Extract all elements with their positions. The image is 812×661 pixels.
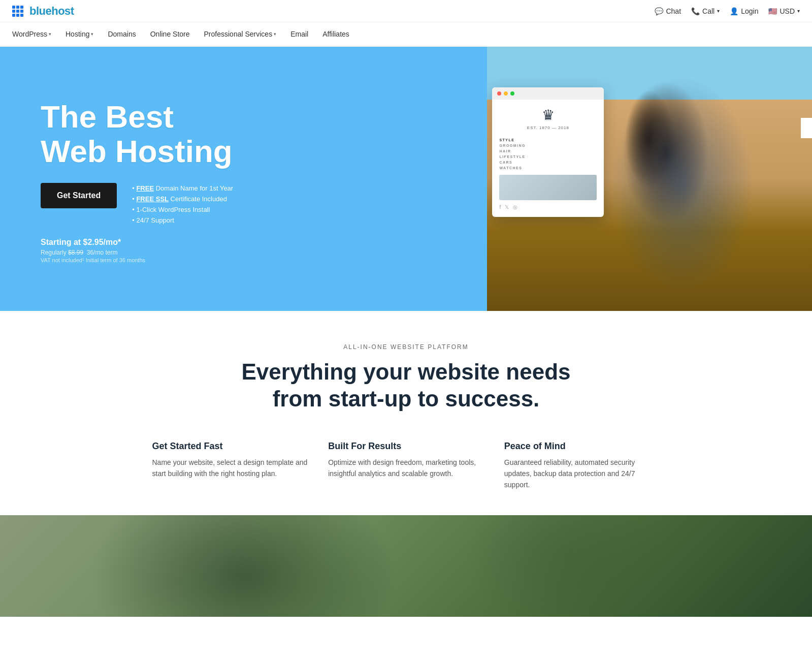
- chevron-down-icon: ▾: [49, 32, 51, 37]
- nav-label-hosting: Hosting: [66, 30, 89, 38]
- top-bar-actions: 💬 Chat 📞 Call ▾ 👤 Login 🇺🇸 USD ▾: [655, 7, 800, 15]
- nav-item-domains[interactable]: Domains: [108, 22, 136, 46]
- nav-label-affiliates: Affiliates: [322, 30, 349, 38]
- currency-label: USD: [779, 7, 795, 15]
- user-icon: 👤: [730, 7, 738, 15]
- pricing-note: VAT not included¹ Initial term of 36 mon…: [41, 257, 457, 263]
- flag-icon: 🇺🇸: [768, 7, 777, 15]
- mockup-image: [499, 175, 597, 200]
- hero-image-area: ♛ EST. 1870 — 2018 STYLE GROOMING HAIR L…: [487, 47, 812, 311]
- nav-label-domains: Domains: [108, 30, 136, 38]
- feature-card-fast-desc: Name your website, select a design templ…: [152, 457, 308, 480]
- nav-label-wordpress: WordPress: [12, 30, 47, 38]
- call-chevron-icon: ▾: [717, 8, 720, 14]
- feature-list: FREE Domain Name for 1st Year FREE SSL C…: [132, 183, 233, 226]
- mockup-nav: STYLE GROOMING HAIR LIFESTYLE CARS WATCH…: [499, 137, 597, 171]
- mockup-nav-watches: WATCHES: [499, 165, 597, 171]
- nav-item-professional-services[interactable]: Professional Services ▾: [204, 22, 277, 46]
- twitter-icon: 𝕏: [505, 204, 509, 210]
- mockup-brand-text: EST. 1870 — 2018: [499, 125, 597, 130]
- pricing-main: Starting at $2.95/mo*: [41, 238, 457, 247]
- feature-card-results-title: Built For Results: [328, 441, 484, 452]
- nav-item-wordpress[interactable]: WordPress ▾: [12, 22, 51, 46]
- feature-card-results-desc: Optimize with design freedom, marketing …: [328, 457, 484, 480]
- mockup-dot-green: [510, 91, 514, 96]
- top-bar: bluehost 💬 Chat 📞 Call ▾ 👤 Login 🇺🇸 USD …: [0, 0, 812, 22]
- chat-button[interactable]: 💬 Chat: [655, 7, 681, 15]
- hero-title: The Best Web Hosting: [41, 100, 457, 169]
- mockup-dot-red: [497, 91, 501, 96]
- feature-card-peace-desc: Guaranteed reliability, automated securi…: [504, 457, 660, 491]
- platform-section: ALL-IN-ONE WEBSITE PLATFORM Everything y…: [0, 311, 812, 515]
- decorative-strip: [801, 118, 812, 138]
- logo-area: bluehost: [12, 5, 74, 18]
- feature-item-domain: FREE Domain Name for 1st Year: [132, 183, 233, 194]
- chevron-down-icon: ▾: [91, 32, 93, 37]
- section-title-line2: from start-up to success.: [273, 386, 540, 411]
- mockup-titlebar: [492, 87, 604, 100]
- nav-item-online-store[interactable]: Online Store: [150, 22, 190, 46]
- hero-section: The Best Web Hosting Get Started FREE Do…: [0, 47, 812, 311]
- website-mockup: ♛ EST. 1870 — 2018 STYLE GROOMING HAIR L…: [492, 87, 604, 217]
- mockup-nav-grooming: GROOMING: [499, 143, 597, 148]
- bottom-image-strip: [0, 515, 812, 617]
- hero-content: The Best Web Hosting Get Started FREE Do…: [0, 47, 487, 311]
- feature-item-wordpress: 1-Click WordPress Install: [132, 204, 233, 215]
- mockup-body: ♛ EST. 1870 — 2018 STYLE GROOMING HAIR L…: [492, 100, 604, 217]
- section-label: ALL-IN-ONE WEBSITE PLATFORM: [20, 343, 792, 351]
- instagram-icon: ◎: [513, 204, 517, 210]
- feature-card-fast-title: Get Started Fast: [152, 441, 308, 452]
- chevron-down-icon: ▾: [274, 32, 276, 37]
- facebook-icon: f: [499, 204, 501, 210]
- mockup-nav-lifestyle: LIFESTYLE: [499, 154, 597, 160]
- feature-item-ssl: FREE SSL Certificate Included: [132, 194, 233, 204]
- mockup-nav-cars: CARS: [499, 160, 597, 165]
- call-button[interactable]: 📞 Call ▾: [691, 7, 720, 15]
- feature-item-support: 24/7 Support: [132, 215, 233, 226]
- currency-chevron-icon: ▾: [797, 8, 800, 14]
- section-title-line1: Everything your website needs: [242, 359, 571, 384]
- feature-card-results: Built For Results Optimize with design f…: [328, 441, 484, 491]
- feature-card-fast: Get Started Fast Name your website, sele…: [152, 441, 308, 491]
- nav-item-hosting[interactable]: Hosting ▾: [66, 22, 93, 46]
- mockup-logo: ♛ EST. 1870 — 2018: [499, 107, 597, 130]
- get-started-button[interactable]: Get Started: [41, 183, 117, 208]
- nav-label-online-store: Online Store: [150, 30, 190, 38]
- logo-text[interactable]: bluehost: [29, 5, 74, 18]
- nav-label-email: Email: [290, 30, 308, 38]
- cta-section: Get Started FREE Domain Name for 1st Yea…: [41, 183, 457, 226]
- feature-card-peace: Peace of Mind Guaranteed reliability, au…: [504, 441, 660, 491]
- main-nav: WordPress ▾ Hosting ▾ Domains Online Sto…: [0, 22, 812, 47]
- crown-icon: ♛: [499, 107, 597, 123]
- mockup-nav-hair: HAIR: [499, 148, 597, 154]
- mockup-social-links: f 𝕏 ◎: [499, 204, 597, 210]
- call-label: Call: [702, 7, 714, 15]
- login-button[interactable]: 👤 Login: [730, 7, 758, 15]
- chat-icon: 💬: [655, 7, 663, 15]
- features-grid: Get Started Fast Name your website, sele…: [152, 441, 660, 491]
- section-title: Everything your website needs from start…: [229, 359, 584, 413]
- pricing-sub: Regularly $8.99 36/mo term: [41, 249, 457, 256]
- mockup-dot-yellow: [504, 91, 508, 96]
- nav-item-affiliates[interactable]: Affiliates: [322, 22, 349, 46]
- pricing-info: Starting at $2.95/mo* Regularly $8.99 36…: [41, 238, 457, 263]
- login-label: Login: [741, 7, 758, 15]
- nav-label-professional-services: Professional Services: [204, 30, 273, 38]
- phone-icon: 📞: [691, 7, 700, 15]
- nav-item-email[interactable]: Email: [290, 22, 308, 46]
- logo-grid-icon: [12, 6, 23, 17]
- feature-card-peace-title: Peace of Mind: [504, 441, 660, 452]
- mockup-nav-style: STYLE: [499, 137, 597, 143]
- chat-label: Chat: [666, 7, 681, 15]
- currency-selector[interactable]: 🇺🇸 USD ▾: [768, 7, 800, 15]
